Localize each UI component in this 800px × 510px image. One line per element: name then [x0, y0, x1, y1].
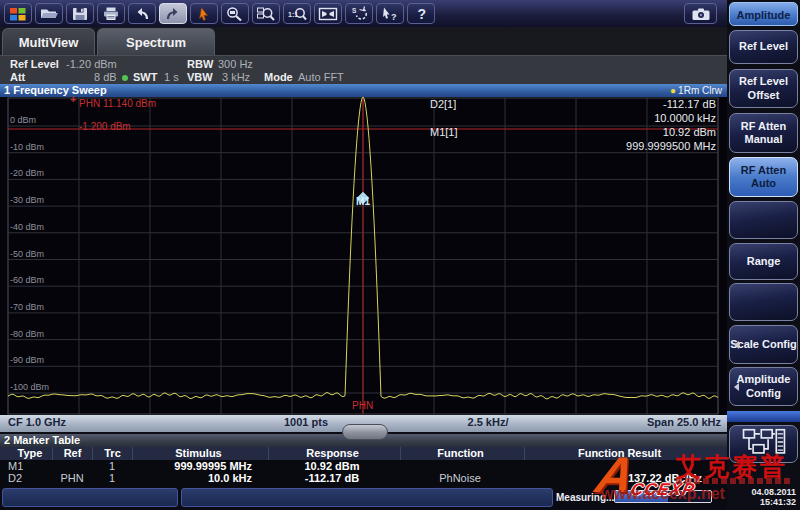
- datetime-display: 04.08.2011 15:41:32: [751, 487, 796, 507]
- toolbar-zoom-multi-button[interactable]: [252, 3, 280, 24]
- softkey-label: Range: [747, 255, 781, 268]
- cell-function_result: -137.22 dBc/Hz: [524, 472, 702, 484]
- ref-level-label: Ref Level: [10, 58, 59, 70]
- toolbar-split-display-button[interactable]: [314, 3, 342, 24]
- flow-diagram-icon: [737, 427, 791, 461]
- sweep-progress-bar: [614, 490, 712, 503]
- y-axis-label: -100 dBm: [10, 382, 49, 392]
- phn-line-label: PHN: [352, 400, 373, 411]
- toolbar-undo-button[interactable]: [128, 3, 156, 24]
- toolbar-help-pointer-button[interactable]: ?: [376, 3, 404, 24]
- svg-text:?: ?: [391, 12, 397, 22]
- softkey-rf-atten-auto[interactable]: RF Atten Auto: [729, 157, 798, 197]
- toolbar-help-button[interactable]: ?: [407, 3, 435, 24]
- tab-spectrum[interactable]: Spectrum: [97, 28, 215, 55]
- screenshot-camera-button[interactable]: [684, 3, 717, 24]
- softkey-label: Ref Level: [739, 40, 788, 53]
- status-bar: Measuring...: [0, 486, 800, 510]
- y-axis-label: -10 dBm: [10, 142, 44, 152]
- mode-label: Mode: [264, 71, 293, 83]
- softkey-amplitude-config[interactable]: Amplitude Config: [729, 367, 798, 406]
- marker-table-row-m1[interactable]: M11999.99995 MHz10.92 dBm: [0, 460, 727, 472]
- y-axis-label: -70 dBm: [10, 302, 44, 312]
- trace1-color-dot-icon: ●: [670, 85, 676, 96]
- tab-bar: MultiView Spectrum: [0, 27, 727, 55]
- submenu-arrow-icon: [734, 341, 739, 349]
- span-value[interactable]: Span 25.0 kHz: [647, 416, 721, 428]
- settings-header: Ref Level -1.20 dBm RBW 300 Hz Att 8 dB …: [0, 55, 727, 84]
- column-header-function: Function: [400, 447, 520, 460]
- mode-value[interactable]: Auto FFT: [298, 71, 344, 83]
- sweep-points[interactable]: 1001 pts: [260, 416, 352, 428]
- date: 04.08.2011: [751, 487, 796, 497]
- center-frequency[interactable]: CF 1.0 GHz: [8, 416, 66, 428]
- softkey-blank-4[interactable]: [729, 201, 798, 239]
- column-header-stimulus: Stimulus: [132, 447, 264, 460]
- toolbar-zoom-button[interactable]: [221, 3, 249, 24]
- softkey-page-indicator: [727, 411, 800, 422]
- rbw-value[interactable]: 300 Hz: [218, 58, 253, 70]
- measurement-sequence-button[interactable]: [729, 425, 798, 463]
- att-label: Att: [10, 71, 25, 83]
- svg-text:?: ?: [418, 6, 427, 22]
- d2-marker-freq: 10.0000 kHz: [654, 112, 716, 124]
- toolbar-redo-button[interactable]: [159, 3, 187, 24]
- ref-level-line-label: -1.200 dBm: [79, 121, 131, 132]
- att-value[interactable]: 8 dB: [94, 71, 117, 83]
- marker-readout-block: D2[1] -112.17 dB 10.0000 kHz M1[1] 10.92…: [425, 98, 717, 154]
- ref-level-value[interactable]: -1.20 dBm: [66, 58, 117, 70]
- column-header-trc: Trc: [92, 447, 132, 460]
- phn-cross-marker[interactable]: +: [70, 93, 76, 105]
- softkey-rf-atten-manual[interactable]: RF Atten Manual: [729, 113, 798, 153]
- softkey-scale-config[interactable]: Scale Config: [729, 325, 798, 364]
- m1-marker-name: M1[1]: [430, 126, 458, 138]
- cell-ref: PHN: [52, 472, 92, 484]
- softkey-ref-level[interactable]: Ref Level: [729, 30, 798, 64]
- softkey-label: RF Atten Manual: [730, 120, 797, 146]
- freq-per-division[interactable]: 2.5 kHz/: [442, 416, 534, 428]
- y-axis-label: -20 dBm: [10, 168, 44, 178]
- window-splitter-handle[interactable]: [342, 424, 388, 440]
- toolbar-save-button[interactable]: [66, 3, 94, 24]
- toolbar-sequencer-button[interactable]: S: [345, 3, 373, 24]
- window1-title-bar[interactable]: 1 Frequency Sweep ●1Rm Clrw: [0, 84, 727, 97]
- softkey-label: Scale Config: [730, 338, 797, 351]
- softkey-blank-6[interactable]: [729, 283, 798, 321]
- softkey-label: Ref Level Offset: [730, 75, 797, 101]
- time: 15:41:32: [751, 497, 796, 507]
- measuring-status: Measuring...: [556, 492, 614, 503]
- softkey-ref-level-offset[interactable]: Ref Level Offset: [729, 69, 798, 108]
- softkey-range[interactable]: Range: [729, 243, 798, 280]
- toolbar: 1:1S??: [0, 0, 800, 27]
- phn-readout: PHN 11.140 dBm: [79, 98, 156, 109]
- toolbar-windows-button[interactable]: [4, 3, 32, 24]
- y-axis-label: -50 dBm: [10, 249, 44, 259]
- marker-table-row-d2[interactable]: D2PHN110.0 kHz-112.17 dBPhNoise-137.22 d…: [0, 472, 727, 484]
- toolbar-open-button[interactable]: [35, 3, 63, 24]
- marker-m1-label: M1: [356, 196, 370, 207]
- column-header-response: Response: [268, 447, 396, 460]
- submenu-arrow-icon: [734, 383, 739, 391]
- rbw-label: RBW: [187, 58, 213, 70]
- toolbar-zoom-1-1-button[interactable]: 1:1: [283, 3, 311, 24]
- status-panel-left: [2, 488, 178, 507]
- cell-response: 10.92 dBm: [268, 460, 396, 472]
- toolbar-print-button[interactable]: [97, 3, 125, 24]
- y-axis-label: 0 dBm: [10, 115, 36, 125]
- tab-multiview[interactable]: MultiView: [2, 28, 95, 55]
- vbw-value[interactable]: 3 kHz: [222, 71, 250, 83]
- softkey-label: RF Atten Auto: [730, 164, 797, 190]
- swt-value[interactable]: 1 s: [164, 71, 179, 83]
- y-axis-label: -40 dBm: [10, 222, 44, 232]
- softkey-menu-header[interactable]: Amplitude: [729, 2, 798, 26]
- cell-stimulus: 999.99995 MHz: [132, 460, 252, 472]
- y-axis-label: -80 dBm: [10, 329, 44, 339]
- sweep-progress-fill: [615, 491, 668, 502]
- d2-marker-level: -112.17 dB: [663, 98, 716, 110]
- cell-type: D2: [8, 472, 52, 484]
- toolbar-select-button[interactable]: [190, 3, 218, 24]
- softkey-sidebar: Amplitude Ref LevelRef Level OffsetRF At…: [727, 0, 800, 510]
- y-axis-label: -90 dBm: [10, 355, 44, 365]
- marker-table-window: 2 Marker Table TypeRefTrcStimulusRespons…: [0, 434, 727, 486]
- m1-marker-level: 10.92 dBm: [663, 126, 716, 138]
